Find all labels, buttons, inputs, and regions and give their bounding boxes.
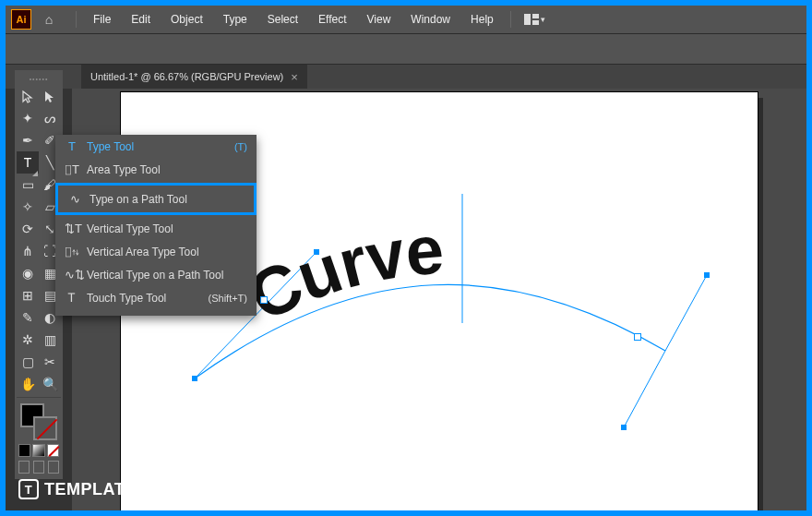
app-window: Ai ⌂ File Edit Object Type Select Effect… — [6, 6, 806, 510]
options-bar — [6, 33, 806, 65]
flyout-touch-type-tool[interactable]: Ꭲ Touch Type Tool (Shift+T) — [55, 286, 257, 310]
width-tool[interactable]: ⋔ — [17, 240, 39, 262]
svg-rect-0 — [524, 14, 531, 25]
flyout-type-on-path-tool[interactable]: ∿ Type on a Path Tool — [55, 183, 257, 215]
vertical-type-icon: ⇅T — [65, 222, 79, 235]
shape-builder-tool[interactable]: ◉ — [17, 262, 39, 284]
type-start-marker[interactable] — [260, 296, 268, 304]
type-on-path-icon: ∿ — [67, 192, 82, 206]
draw-behind-icon[interactable] — [33, 461, 44, 474]
lasso-tool[interactable]: ᔕ — [39, 107, 61, 129]
type-end-marker[interactable] — [634, 333, 641, 341]
tab-bar: Untitled-1* @ 66.67% (RGB/GPU Preview) × — [6, 65, 806, 89]
flyout-shortcut: (T) — [234, 141, 247, 152]
menu-view[interactable]: View — [358, 9, 400, 30]
menu-type[interactable]: Type — [214, 9, 257, 30]
svg-line-5 — [665, 275, 707, 351]
symbol-sprayer-tool[interactable]: ✲ — [17, 329, 39, 351]
close-icon[interactable]: × — [291, 71, 298, 83]
gradient-swatch[interactable] — [32, 444, 44, 457]
anchor-point[interactable] — [192, 376, 197, 381]
rectangle-tool[interactable]: ▭ — [17, 174, 39, 196]
menu-edit[interactable]: Edit — [122, 9, 160, 30]
tab-title: Untitled-1* @ 66.67% (RGB/GPU Preview) — [90, 71, 283, 82]
watermark-logo-icon: T — [18, 479, 39, 499]
mesh-tool[interactable]: ⊞ — [17, 284, 39, 306]
flyout-type-tool[interactable]: T Type Tool (T) — [55, 135, 257, 158]
shaper-tool[interactable]: ✧ — [17, 196, 39, 218]
home-button[interactable]: ⌂ — [39, 9, 59, 30]
chevron-down-icon: ▾ — [541, 15, 545, 24]
menu-select[interactable]: Select — [258, 9, 307, 30]
app-logo[interactable]: Ai — [11, 9, 31, 30]
flyout-vertical-type-on-path-tool[interactable]: ∿⇅ Vertical Type on a Path Tool — [55, 263, 257, 286]
handle-point[interactable] — [621, 425, 627, 430]
menu-help[interactable]: Help — [461, 9, 503, 30]
flyout-label: Touch Type Tool — [87, 292, 166, 305]
type-tool[interactable]: T — [17, 151, 39, 174]
selection-tool[interactable] — [17, 85, 39, 107]
curve-text[interactable]: Curve — [237, 211, 446, 336]
color-mode-swatches — [17, 442, 61, 461]
handle-point[interactable] — [704, 272, 710, 278]
stroke-swatch[interactable] — [33, 416, 57, 440]
svg-line-4 — [624, 351, 665, 427]
menu-object[interactable]: Object — [161, 9, 212, 30]
svg-rect-1 — [532, 14, 539, 18]
flyout-vertical-area-type-tool[interactable]: ⌷⇅ Vertical Area Type Tool — [55, 240, 257, 263]
vertical-type-on-path-icon: ∿⇅ — [65, 268, 79, 282]
draw-inside-icon[interactable] — [48, 461, 59, 474]
pen-tool[interactable]: ✒ — [17, 129, 39, 151]
flyout-shortcut: (Shift+T) — [209, 293, 247, 304]
flyout-vertical-type-tool[interactable]: ⇅T Vertical Type Tool — [55, 217, 257, 240]
flyout-label: Vertical Type on a Path Tool — [87, 269, 223, 282]
fill-stroke-swatch[interactable] — [17, 402, 61, 442]
none-swatch[interactable] — [47, 444, 59, 457]
flyout-label: Vertical Area Type Tool — [87, 246, 199, 258]
touch-type-icon: Ꭲ — [65, 291, 79, 306]
workspace-switcher[interactable]: ▾ — [519, 10, 551, 29]
document-tab[interactable]: Untitled-1* @ 66.67% (RGB/GPU Preview) × — [81, 65, 307, 89]
type-tool-flyout: T Type Tool (T) ⌷T Area Type Tool ∿ Type… — [55, 135, 257, 316]
menu-file[interactable]: File — [84, 9, 120, 30]
handle-point[interactable] — [314, 249, 319, 255]
menubar: Ai ⌂ File Edit Object Type Select Effect… — [6, 6, 806, 33]
screen-mode — [17, 461, 61, 477]
panel-grip[interactable]: •••••• — [17, 72, 61, 85]
vertical-area-type-icon: ⌷⇅ — [65, 245, 79, 258]
menu-effect[interactable]: Effect — [309, 9, 355, 30]
slice-tool[interactable]: ✂ — [39, 351, 61, 373]
type-icon: T — [65, 139, 79, 153]
draw-normal-icon[interactable] — [18, 461, 30, 474]
flyout-area-type-tool[interactable]: ⌷T Area Type Tool — [55, 158, 257, 181]
watermark-text-thin: .NET — [142, 480, 182, 499]
watermark-text-bold: TEMPLATE — [44, 480, 137, 499]
flyout-label: Type Tool — [87, 140, 134, 153]
direct-selection-tool[interactable] — [39, 85, 61, 107]
rotate-tool[interactable]: ⟳ — [17, 218, 39, 240]
separator — [76, 11, 77, 28]
artboard-tool[interactable]: ▢ — [17, 351, 39, 373]
menu-window[interactable]: Window — [401, 9, 460, 30]
separator — [510, 11, 511, 28]
magic-wand-tool[interactable]: ✦ — [17, 107, 39, 129]
eyedropper-tool[interactable]: ✎ — [17, 306, 39, 329]
color-swatch[interactable] — [18, 444, 30, 457]
column-graph-tool[interactable]: ▥ — [39, 329, 61, 351]
svg-rect-2 — [532, 20, 539, 25]
divider — [17, 397, 61, 398]
flyout-label: Type on a Path Tool — [90, 193, 187, 206]
zoom-tool[interactable]: 🔍 — [39, 373, 61, 395]
flyout-label: Area Type Tool — [87, 163, 161, 176]
flyout-label: Vertical Type Tool — [87, 222, 173, 235]
watermark: T TEMPLATE.NET — [18, 479, 182, 499]
area-type-icon: ⌷T — [65, 162, 79, 176]
hand-tool[interactable]: ✋ — [17, 373, 39, 395]
